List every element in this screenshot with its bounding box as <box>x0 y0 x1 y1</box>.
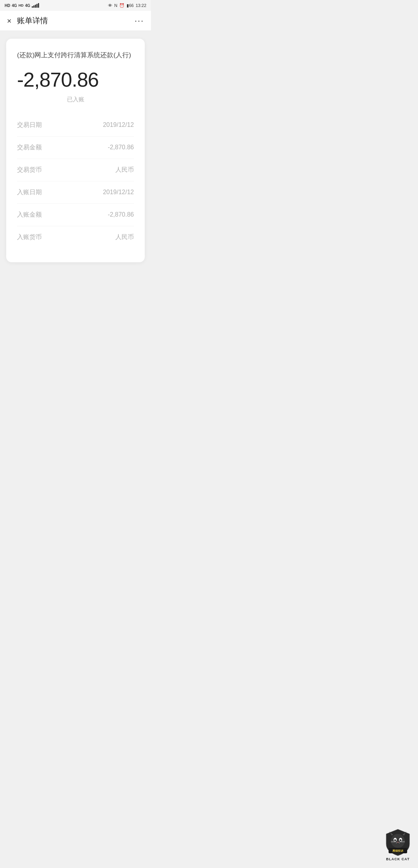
header-left: × 账单详情 <box>7 15 48 26</box>
signal-strength <box>32 3 39 8</box>
detail-row-transaction-date: 交易日期 2019/12/12 <box>17 114 134 137</box>
detail-row-transaction-amount: 交易金额 -2,870.86 <box>17 137 134 159</box>
alarm-icon: ⏰ <box>119 3 125 8</box>
value-transaction-date: 2019/12/12 <box>103 121 134 128</box>
main-content: (还款)网上支付跨行清算系统还款(人行) -2,870.86 已入账 交易日期 … <box>0 31 151 270</box>
detail-row-booking-currency: 入账货币 人民币 <box>17 226 134 248</box>
current-time: 13:22 <box>135 3 146 8</box>
transaction-status: 已入账 <box>17 96 134 103</box>
eye-icon: 👁 <box>108 3 112 8</box>
header: × 账单详情 ··· <box>0 11 151 31</box>
network-indicator-hd2: HD <box>19 3 24 7</box>
value-transaction-amount: -2,870.86 <box>108 144 134 151</box>
label-transaction-currency: 交易货币 <box>17 166 42 174</box>
status-left: HD 4G HD 4G <box>5 3 39 8</box>
transaction-title: (还款)网上支付跨行清算系统还款(人行) <box>17 50 134 60</box>
page-title: 账单详情 <box>17 15 48 26</box>
value-booking-date: 2019/12/12 <box>103 189 134 196</box>
close-button[interactable]: × <box>7 17 12 25</box>
battery-icon: ▮66 <box>127 3 134 8</box>
label-booking-amount: 入账金额 <box>17 211 42 219</box>
label-booking-date: 入账日期 <box>17 188 42 196</box>
network-indicator-hd1: HD <box>5 3 10 8</box>
transaction-card: (还款)网上支付跨行清算系统还款(人行) -2,870.86 已入账 交易日期 … <box>6 39 145 262</box>
status-right: 👁 N ⏰ ▮66 13:22 <box>108 3 146 8</box>
value-transaction-currency: 人民币 <box>115 166 134 174</box>
label-booking-currency: 入账货币 <box>17 233 42 241</box>
signal-4g-1: 4G <box>12 3 17 8</box>
signal-4g-2: 4G <box>25 3 30 8</box>
detail-row-booking-amount: 入账金额 -2,870.86 <box>17 204 134 226</box>
nfc-icon: N <box>114 3 117 8</box>
more-button[interactable]: ··· <box>135 16 144 26</box>
detail-row-booking-date: 入账日期 2019/12/12 <box>17 181 134 204</box>
detail-rows: 交易日期 2019/12/12 交易金额 -2,870.86 交易货币 人民币 … <box>17 114 134 248</box>
label-transaction-amount: 交易金额 <box>17 144 42 152</box>
value-booking-amount: -2,870.86 <box>108 211 134 218</box>
transaction-amount: -2,870.86 <box>17 68 134 91</box>
value-booking-currency: 人民币 <box>115 233 134 241</box>
detail-row-transaction-currency: 交易货币 人民币 <box>17 159 134 181</box>
label-transaction-date: 交易日期 <box>17 121 42 129</box>
status-bar: HD 4G HD 4G 👁 N ⏰ ▮66 13:22 <box>0 0 151 11</box>
